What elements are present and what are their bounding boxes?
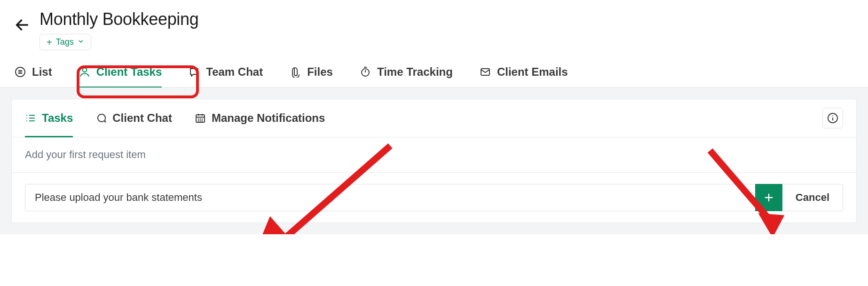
tags-button[interactable]: + Tags — [39, 34, 91, 50]
active-tab-underline — [79, 87, 162, 87]
calendar-icon — [195, 112, 206, 124]
sub-tab-client-chat[interactable]: Client Chat — [95, 99, 172, 137]
cancel-button[interactable]: Cancel — [782, 184, 843, 211]
sub-tab-tasks-label: Tasks — [42, 111, 73, 125]
info-icon — [827, 112, 838, 124]
tab-client-tasks-label: Client Tasks — [96, 65, 162, 79]
chat-bubble-icon — [95, 112, 107, 124]
svg-point-25 — [202, 121, 202, 121]
tab-time-tracking[interactable]: Time Tracking — [359, 65, 453, 87]
page-title: Monthly Bookkeeping — [39, 9, 199, 29]
add-button[interactable] — [755, 184, 782, 211]
tab-client-emails[interactable]: Client Emails — [479, 65, 568, 87]
info-button[interactable] — [822, 108, 843, 128]
sub-tabs-row: Tasks Client Chat — [12, 99, 856, 137]
checklist-icon — [25, 112, 36, 124]
plus-icon — [764, 192, 774, 203]
tab-client-tasks[interactable]: Client Tasks — [79, 65, 162, 87]
attachment-icon — [289, 66, 301, 78]
tags-label: Tags — [56, 37, 74, 47]
svg-point-5 — [82, 68, 87, 72]
svg-point-15 — [26, 120, 27, 121]
main-tabs: List Client Tasks Team Chat Files — [0, 50, 868, 87]
sub-tab-manage-notifications[interactable]: Manage Notifications — [195, 99, 325, 137]
sub-tab-manage-notifications-label: Manage Notifications — [212, 111, 325, 125]
sub-tab-underline — [25, 136, 73, 137]
svg-point-20 — [198, 119, 198, 119]
title-block: Monthly Bookkeeping + Tags — [39, 9, 199, 50]
svg-point-14 — [26, 118, 27, 119]
request-header: Add your first request item — [12, 137, 856, 173]
tab-files[interactable]: Files — [289, 65, 333, 87]
content-area: Tasks Client Chat — [0, 87, 868, 234]
chevron-down-icon — [78, 38, 84, 46]
tab-client-emails-label: Client Emails — [497, 65, 568, 79]
mail-icon — [479, 66, 491, 78]
sub-tab-client-chat-label: Client Chat — [112, 111, 172, 125]
tab-files-label: Files — [307, 65, 333, 79]
svg-point-23 — [198, 121, 198, 121]
request-input-row: Cancel — [12, 173, 856, 222]
page-header: Monthly Bookkeeping + Tags — [0, 0, 868, 50]
chat-icon — [188, 66, 200, 78]
svg-point-24 — [200, 121, 200, 121]
tab-team-chat-label: Team Chat — [206, 65, 263, 79]
tab-list[interactable]: List — [14, 65, 52, 87]
panel: Tasks Client Chat — [11, 99, 857, 223]
back-arrow[interactable] — [14, 17, 30, 35]
svg-point-22 — [202, 119, 202, 119]
svg-point-13 — [26, 115, 27, 116]
sub-tabs: Tasks Client Chat — [25, 99, 325, 137]
tab-team-chat[interactable]: Team Chat — [188, 65, 263, 87]
tab-time-tracking-label: Time Tracking — [377, 65, 453, 79]
tab-list-label: List — [32, 65, 52, 79]
timer-icon — [359, 66, 371, 78]
person-icon — [79, 66, 91, 78]
plus-icon: + — [47, 38, 52, 47]
request-input[interactable] — [25, 184, 755, 211]
svg-point-21 — [200, 119, 200, 119]
list-icon — [14, 66, 26, 78]
svg-point-28 — [832, 116, 833, 117]
sub-tab-tasks[interactable]: Tasks — [25, 99, 73, 137]
